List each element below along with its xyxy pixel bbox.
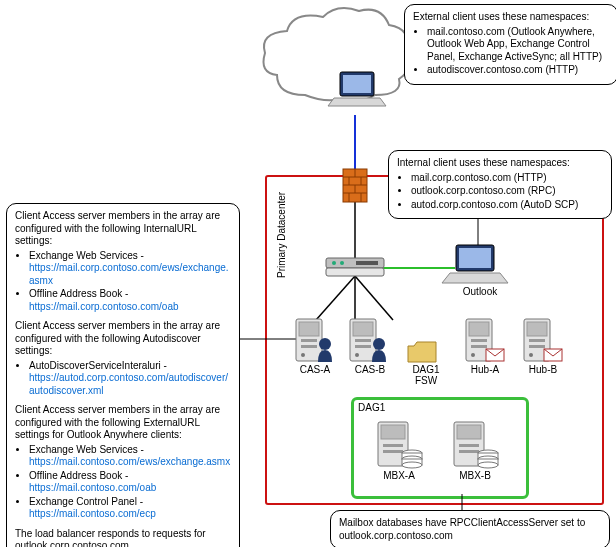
list-item: Offline Address Book -https://mail.corp.… — [29, 288, 231, 313]
cas-p4: The load balancer responds to requests f… — [15, 528, 231, 548]
list-item: Exchange Web Services -https://mail.cont… — [29, 444, 231, 469]
svg-rect-10 — [340, 72, 374, 96]
external-client-callout: External client uses these namespaces: m… — [404, 4, 616, 85]
url-link[interactable]: https://mail.contoso.com/ews/exchange.as… — [29, 456, 230, 467]
cas-p3: Client Access server members in the arra… — [15, 404, 231, 442]
primary-datacenter-label: Primary Datacenter — [276, 192, 287, 278]
hub-a-label: Hub-A — [463, 364, 507, 375]
mailbox-callout: Mailbox databases have RPCClientAccessSe… — [330, 510, 610, 547]
internal-item: mail.corp.contoso.com (HTTP) — [411, 172, 603, 185]
url-link[interactable]: https://mail.contoso.com/ecp — [29, 508, 156, 519]
internal-item: autod.corp.contoso.com (AutoD SCP) — [411, 199, 603, 212]
diagram-stage: Primary Datacenter DAG1 — [0, 0, 616, 547]
hub-b-label: Hub-B — [521, 364, 565, 375]
svg-line-7 — [376, 49, 406, 96]
cas-settings-callout: Client Access server members in the arra… — [6, 203, 240, 547]
external-callout-intro: External client uses these namespaces: — [413, 11, 609, 24]
external-item: mail.contoso.com (Outlook Anywhere, Outl… — [427, 26, 609, 64]
url-link[interactable]: https://mail.corp.contoso.com/ews/exchan… — [29, 262, 229, 286]
cas-p2: Client Access server members in the arra… — [15, 320, 231, 358]
cas-b-label: CAS-B — [350, 364, 390, 375]
outlook-label: Outlook — [455, 286, 505, 297]
mailbox-text: Mailbox databases have RPCClientAccessSe… — [339, 517, 601, 542]
internal-item: outlook.corp.contoso.com (RPC) — [411, 185, 603, 198]
url-link[interactable]: https://mail.contoso.com/oab — [29, 482, 156, 493]
external-item: autodiscover.contoso.com (HTTP) — [427, 64, 609, 77]
list-item: Offline Address Book -https://mail.conto… — [29, 470, 231, 495]
cas-p2-list: AutoDiscoverServiceInteraluri -https://a… — [15, 360, 231, 398]
internal-client-callout: Internal client uses these namespaces: m… — [388, 150, 612, 219]
list-item: Exchange Control Panel -https://mail.con… — [29, 496, 231, 521]
svg-rect-11 — [343, 75, 371, 93]
external-callout-list: mail.contoso.com (Outlook Anywhere, Outl… — [413, 26, 609, 77]
mbx-a-label: MBX-A — [377, 470, 421, 481]
list-item: Exchange Web Services -https://mail.corp… — [29, 250, 231, 288]
mbx-b-label: MBX-B — [453, 470, 497, 481]
url-link[interactable]: https://mail.corp.contoso.com/oab — [29, 301, 179, 312]
dag-fsw-label: DAG1 FSW — [406, 364, 446, 386]
cas-p3-list: Exchange Web Services -https://mail.cont… — [15, 444, 231, 521]
cas-p1: Client Access server members in the arra… — [15, 210, 231, 248]
cas-p1-list: Exchange Web Services -https://mail.corp… — [15, 250, 231, 314]
url-link[interactable]: https://autod.corp.contoso.com/autodisco… — [29, 372, 228, 396]
list-item: AutoDiscoverServiceInteraluri -https://a… — [29, 360, 231, 398]
internal-callout-list: mail.corp.contoso.com (HTTP) outlook.cor… — [397, 172, 603, 212]
internal-callout-intro: Internal client uses these namespaces: — [397, 157, 603, 170]
cas-a-label: CAS-A — [295, 364, 335, 375]
dag1-label: DAG1 — [358, 402, 385, 413]
